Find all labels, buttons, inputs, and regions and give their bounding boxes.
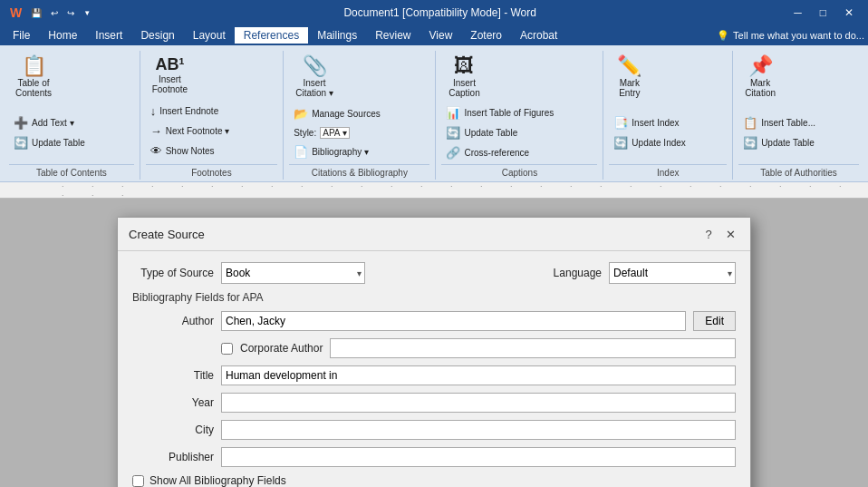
footnotes-items: AB¹ InsertFootnote ↓ Insert Endnote → Ne…	[146, 53, 278, 162]
year-label: Year	[132, 396, 214, 409]
menu-home[interactable]: Home	[39, 27, 86, 44]
ribbon-content: 📋 Table ofContents ➕ Add Text ▾ 🔄 Update…	[0, 49, 868, 181]
corporate-author-label[interactable]: Corporate Author	[240, 342, 323, 355]
group-index: ✏️ MarkEntry 📑 Insert Index 🔄 Update Ind…	[603, 51, 733, 180]
menu-review[interactable]: Review	[366, 27, 420, 44]
show-all-checkbox[interactable]	[132, 475, 144, 487]
group-citations: 📎 InsertCitation ▾ 📂 Manage Sources Styl…	[284, 51, 436, 180]
index-col: 📑 Insert Index 🔄 Update Index	[609, 113, 690, 152]
lightbulb-icon: 💡	[717, 30, 729, 42]
menu-zotero[interactable]: Zotero	[461, 27, 511, 44]
menu-design[interactable]: Design	[131, 27, 183, 44]
title-input[interactable]	[221, 365, 736, 385]
insert-table-of-figures-button[interactable]: 📊 Insert Table of Figures	[441, 103, 558, 122]
footnotes-group-label: Footnotes	[146, 164, 278, 178]
dialog-title: Create Source	[129, 228, 205, 241]
document-content: Create Source ? ✕ Type of Source Book	[0, 199, 868, 487]
index-group-label: Index	[609, 164, 727, 178]
update-toc-button[interactable]: 🔄 Update Table	[9, 133, 90, 152]
dialog-title-bar: Create Source ? ✕	[118, 218, 750, 251]
city-input[interactable]	[221, 420, 736, 440]
show-all-row: Show All Bibliography Fields	[132, 474, 736, 487]
insert-ta-icon: 📋	[743, 116, 757, 130]
menu-bar: File Home Insert Design Layout Reference…	[0, 25, 868, 45]
mark-entry-button[interactable]: ✏️ MarkEntry	[609, 53, 650, 102]
update-table-authorities-button[interactable]: 🔄 Update Table	[738, 133, 820, 152]
corporate-author-checkbox[interactable]	[221, 343, 233, 355]
toc-group-label: Table of Contents	[9, 164, 134, 178]
menu-acrobat[interactable]: Acrobat	[511, 27, 566, 44]
menu-file[interactable]: File	[4, 27, 39, 44]
corporate-author-row: Corporate Author	[221, 338, 736, 358]
captions-group-label: Captions	[441, 164, 597, 178]
group-footnotes: AB¹ InsertFootnote ↓ Insert Endnote → Ne…	[140, 51, 285, 180]
maximize-button[interactable]: □	[813, 5, 834, 21]
cross-reference-button[interactable]: 🔗 Cross-reference	[441, 143, 558, 162]
title-row: Title	[132, 365, 736, 385]
redo-icon[interactable]: ↪	[64, 6, 77, 20]
menu-mailings[interactable]: Mailings	[308, 27, 366, 44]
bibliography-button[interactable]: 📄 Bibliography ▾	[289, 142, 385, 161]
save-icon[interactable]: 💾	[28, 6, 44, 20]
group-table-of-contents: 📋 Table ofContents ➕ Add Text ▾ 🔄 Update…	[4, 51, 140, 180]
next-footnote-button[interactable]: → Next Footnote ▾	[146, 122, 235, 141]
help-search[interactable]: 💡 Tell me what you want to do...	[717, 30, 864, 42]
undo-icon[interactable]: ↩	[48, 6, 61, 20]
add-text-button[interactable]: ➕ Add Text ▾	[9, 113, 90, 132]
update-index-button[interactable]: 🔄 Update Index	[609, 133, 690, 152]
table-of-contents-button[interactable]: 📋 Table ofContents	[9, 53, 58, 102]
menu-references[interactable]: References	[235, 27, 308, 44]
dialog-close-button[interactable]: ✕	[721, 225, 739, 243]
title-bar: W 💾 ↩ ↪ ▼ Document1 [Compatibility Mode]…	[0, 0, 868, 25]
type-of-source-wrapper: Book Book Section Journal Article Confer…	[221, 262, 365, 284]
dialog-help-button[interactable]: ?	[699, 225, 718, 243]
update-table-figures-button[interactable]: 🔄 Update Table	[441, 123, 558, 142]
insert-index-button[interactable]: 📑 Insert Index	[609, 113, 690, 132]
manage-sources-button[interactable]: 📂 Manage Sources	[289, 104, 385, 123]
insert-citation-button[interactable]: 📎 InsertCitation ▾	[289, 53, 340, 102]
customize-qa-icon[interactable]: ▼	[81, 7, 93, 19]
year-input[interactable]	[221, 393, 736, 413]
menu-insert[interactable]: Insert	[86, 27, 131, 44]
insert-index-icon: 📑	[613, 116, 628, 130]
insert-footnote-button[interactable]: AB¹ InsertFootnote	[146, 53, 194, 98]
window-controls: ─ □ ✕	[786, 5, 861, 21]
insert-table-authorities-button[interactable]: 📋 Insert Table...	[738, 113, 820, 132]
type-of-source-label: Type of Source	[132, 267, 214, 279]
help-search-text[interactable]: Tell me what you want to do...	[733, 30, 864, 41]
word-logo-icon: W	[7, 4, 24, 22]
style-button[interactable]: Style: APA ▾	[289, 124, 385, 141]
create-source-dialog: Create Source ? ✕ Type of Source Book	[117, 217, 751, 487]
citations-items: 📎 InsertCitation ▾ 📂 Manage Sources Styl…	[289, 53, 429, 162]
ruler-content: · · · · · · · · · · · · · · · · · · · · …	[7, 181, 861, 200]
tof-icon: 📊	[446, 106, 460, 120]
menu-view[interactable]: View	[420, 27, 462, 44]
manage-sources-icon: 📂	[294, 107, 308, 121]
minimize-button[interactable]: ─	[786, 5, 809, 21]
update-toc-icon: 🔄	[14, 136, 28, 150]
insert-caption-button[interactable]: 🖼 InsertCaption	[441, 53, 487, 102]
mark-citation-button[interactable]: 📌 MarkCitation	[738, 53, 782, 102]
type-of-source-select[interactable]: Book Book Section Journal Article Confer…	[221, 262, 365, 284]
quick-access-toolbar: W 💾 ↩ ↪ ▼	[7, 4, 93, 22]
publisher-input[interactable]	[221, 447, 736, 467]
ribbon: 📋 Table ofContents ➕ Add Text ▾ 🔄 Update…	[0, 45, 868, 182]
corporate-author-input[interactable]	[330, 338, 736, 358]
mark-entry-icon: ✏️	[617, 56, 641, 76]
caption-icon: 🖼	[454, 56, 474, 76]
show-notes-button[interactable]: 👁 Show Notes	[146, 141, 235, 161]
language-label: Language	[547, 267, 602, 279]
language-select[interactable]: Default English French German Spanish	[609, 262, 736, 284]
close-button[interactable]: ✕	[837, 5, 861, 21]
publisher-label: Publisher	[132, 451, 214, 463]
title-bar-left: W 💾 ↩ ↪ ▼	[7, 4, 93, 22]
type-language-row: Type of Source Book Book Section Journal…	[132, 262, 736, 284]
show-all-label[interactable]: Show All Bibliography Fields	[149, 474, 286, 487]
edit-author-button[interactable]: Edit	[693, 311, 736, 331]
language-wrapper: Default English French German Spanish	[609, 262, 736, 284]
style-selector[interactable]: APA ▾	[320, 127, 350, 139]
insert-endnote-button[interactable]: ↓ Insert Endnote	[146, 102, 235, 121]
author-input[interactable]	[221, 311, 686, 331]
menu-layout[interactable]: Layout	[184, 27, 235, 44]
footnote-col: ↓ Insert Endnote → Next Footnote ▾ 👁 Sho…	[146, 102, 235, 161]
